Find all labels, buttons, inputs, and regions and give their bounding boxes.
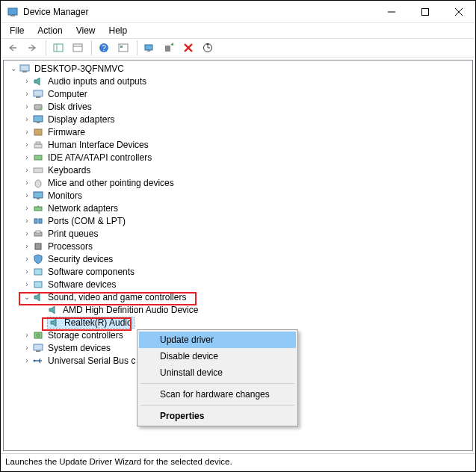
svg-rect-21 bbox=[22, 71, 27, 72]
expand-icon[interactable]: › bbox=[22, 203, 32, 214]
svg-rect-1 bbox=[10, 15, 15, 16]
category-item[interactable]: ›Network adapters bbox=[7, 202, 469, 214]
cm-properties-label: Properties bbox=[160, 411, 204, 421]
expand-icon[interactable]: › bbox=[22, 355, 32, 366]
category-item[interactable]: ›Print queues bbox=[7, 227, 469, 240]
status-text: Launches the Update Driver Wizard for th… bbox=[5, 457, 232, 466]
expand-icon[interactable]: › bbox=[22, 76, 32, 87]
expand-icon[interactable]: › bbox=[22, 279, 32, 290]
category-label: Ports (COM & LPT) bbox=[47, 216, 126, 226]
device-tree[interactable]: ⌄ DESKTOP-3QFNMVC ›Audio inputs and outp… bbox=[3, 60, 473, 451]
expand-icon[interactable]: › bbox=[22, 89, 32, 99]
category-sound[interactable]: ⌄ Sound, video and game controllers bbox=[7, 291, 469, 303]
device-amd-audio[interactable]: AMD High Definition Audio Device bbox=[7, 303, 469, 316]
expand-icon[interactable]: › bbox=[22, 229, 32, 239]
category-item[interactable]: ›Disk drives bbox=[7, 100, 469, 113]
enable-device-button[interactable] bbox=[160, 40, 178, 56]
expand-icon[interactable]: › bbox=[22, 254, 32, 264]
category-icon bbox=[32, 342, 44, 354]
category-sound-label: Sound, video and game controllers bbox=[47, 292, 187, 302]
svg-rect-8 bbox=[73, 44, 82, 52]
expand-icon[interactable]: › bbox=[22, 165, 32, 176]
category-icon bbox=[32, 355, 44, 367]
category-item[interactable]: ›Human Interface Devices bbox=[7, 138, 469, 151]
expand-icon[interactable]: › bbox=[22, 140, 32, 150]
svg-rect-32 bbox=[34, 168, 43, 173]
category-item[interactable]: ›Display adapters bbox=[7, 113, 469, 125]
cm-disable-device[interactable]: Disable device bbox=[139, 348, 296, 364]
expand-icon[interactable]: › bbox=[22, 330, 32, 341]
expand-icon[interactable]: › bbox=[22, 343, 32, 353]
collapse-icon[interactable]: ⌄ bbox=[22, 292, 32, 302]
category-item[interactable]: ›Monitors bbox=[7, 189, 469, 202]
close-button[interactable] bbox=[442, 1, 475, 23]
svg-rect-38 bbox=[34, 219, 37, 223]
back-button[interactable] bbox=[4, 40, 22, 56]
cm-uninstall-device[interactable]: Uninstall device bbox=[139, 364, 296, 381]
svg-rect-39 bbox=[39, 219, 42, 223]
svg-rect-34 bbox=[34, 192, 43, 198]
category-icon bbox=[32, 228, 44, 240]
category-icon bbox=[32, 266, 44, 278]
category-item[interactable]: ›Software components bbox=[7, 265, 469, 278]
properties-button[interactable] bbox=[69, 40, 87, 56]
category-icon bbox=[32, 101, 44, 113]
category-icon bbox=[32, 329, 44, 341]
menu-action[interactable]: Action bbox=[31, 25, 68, 37]
category-item[interactable]: ›Audio inputs and outputs bbox=[7, 75, 469, 87]
uninstall-device-button[interactable] bbox=[179, 40, 197, 56]
expand-icon[interactable]: › bbox=[22, 178, 32, 188]
help-button[interactable]: ? bbox=[95, 40, 113, 56]
minimize-button[interactable] bbox=[374, 1, 408, 23]
menu-file[interactable]: File bbox=[4, 25, 30, 37]
collapse-icon[interactable]: ⌄ bbox=[8, 63, 19, 74]
device-amd-audio-label: AMD High Definition Audio Device bbox=[62, 305, 199, 315]
category-item[interactable]: ›Mice and other pointing devices bbox=[7, 176, 469, 189]
menu-view[interactable]: View bbox=[70, 25, 102, 37]
category-icon bbox=[32, 240, 44, 252]
device-realtek-audio[interactable]: Realtek(R) Audio bbox=[7, 316, 469, 329]
expand-icon[interactable]: › bbox=[22, 216, 32, 226]
category-label: Processors bbox=[47, 241, 93, 252]
category-label: Software devices bbox=[47, 279, 117, 290]
svg-rect-26 bbox=[34, 116, 43, 122]
category-label: Human Interface Devices bbox=[47, 140, 149, 150]
tree-root[interactable]: ⌄ DESKTOP-3QFNMVC bbox=[7, 62, 469, 75]
titlebar: Device Manager bbox=[1, 1, 475, 23]
category-icon bbox=[32, 88, 44, 100]
category-item[interactable]: ›Software devices bbox=[7, 278, 469, 291]
cm-scan-hardware[interactable]: Scan for hardware changes bbox=[139, 386, 296, 403]
category-label: Network adapters bbox=[47, 203, 119, 214]
update-driver-button[interactable] bbox=[140, 40, 158, 56]
expand-icon[interactable]: › bbox=[22, 127, 32, 137]
expand-icon[interactable]: › bbox=[22, 241, 32, 252]
svg-rect-20 bbox=[20, 65, 29, 71]
category-item[interactable]: ›Keyboards bbox=[7, 164, 469, 176]
svg-rect-23 bbox=[36, 96, 40, 98]
category-item[interactable]: ›Security devices bbox=[7, 252, 469, 265]
category-item[interactable]: ›Firmware bbox=[7, 125, 469, 138]
category-item[interactable]: ›Ports (COM & LPT) bbox=[7, 214, 469, 227]
menu-help[interactable]: Help bbox=[103, 25, 134, 37]
svg-rect-24 bbox=[34, 105, 42, 110]
no-expand-icon bbox=[37, 305, 47, 315]
show-hide-console-tree-button[interactable] bbox=[49, 40, 67, 56]
expand-icon[interactable]: › bbox=[22, 152, 32, 163]
category-item[interactable]: ›Processors bbox=[7, 240, 469, 252]
category-item[interactable]: ›IDE ATA/ATAPI controllers bbox=[7, 151, 469, 164]
action-button[interactable] bbox=[114, 40, 132, 56]
expand-icon[interactable]: › bbox=[22, 190, 32, 201]
category-item[interactable]: ›Computer bbox=[7, 87, 469, 100]
svg-rect-35 bbox=[37, 198, 40, 199]
expand-icon[interactable]: › bbox=[22, 114, 32, 125]
cm-update-driver[interactable]: Update driver bbox=[139, 332, 296, 348]
statusbar: Launches the Update Driver Wizard for th… bbox=[1, 453, 475, 471]
scan-hardware-button[interactable] bbox=[199, 40, 217, 56]
cm-properties[interactable]: Properties bbox=[139, 408, 296, 424]
speaker-icon bbox=[47, 304, 59, 316]
category-label: Security devices bbox=[47, 254, 114, 264]
expand-icon[interactable]: › bbox=[22, 102, 32, 112]
maximize-button[interactable] bbox=[408, 1, 442, 23]
expand-icon[interactable]: › bbox=[22, 267, 32, 277]
forward-button[interactable] bbox=[23, 40, 41, 56]
